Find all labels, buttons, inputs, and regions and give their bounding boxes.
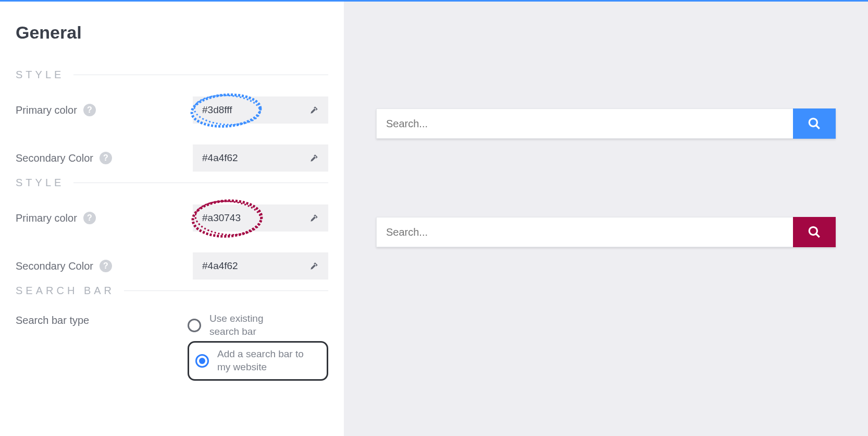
secondary-color-value: #4a4f62: [193, 260, 300, 272]
eyedropper-button[interactable]: [300, 204, 328, 232]
search-input[interactable]: [376, 217, 793, 247]
field-search-bar-type: Search bar type Use existing search bar …: [16, 312, 328, 381]
search-bar-type-label-text: Search bar type: [16, 314, 89, 326]
section-header-search-bar: SEARCH BAR: [16, 285, 328, 297]
secondary-color-field[interactable]: #4a4f62: [193, 252, 328, 280]
page-title: General: [16, 22, 328, 43]
radio-use-existing[interactable]: Use existing search bar: [188, 312, 328, 338]
primary-color-label: Primary color ?: [16, 212, 193, 224]
preview-searchbox-1: [376, 108, 836, 139]
search-icon: [808, 225, 821, 239]
primary-color-label-text: Primary color: [16, 104, 77, 116]
secondary-color-label-text: Secondary Color: [16, 152, 93, 164]
primary-color-label-text: Primary color: [16, 212, 77, 224]
secondary-color-value: #4a4f62: [193, 152, 300, 164]
primary-color-input-wrap: #a30743: [193, 204, 328, 232]
eyedropper-button[interactable]: [300, 252, 328, 280]
field-secondary-color-2: Secondary Color ? #4a4f62: [16, 252, 328, 280]
section-divider: [73, 183, 328, 183]
section-divider: [124, 290, 328, 291]
primary-color-input-wrap: #3d8fff: [193, 96, 328, 124]
radio-label: Use existing search bar: [209, 312, 293, 338]
page-container: General STYLE Primary color ? #3d8fff: [0, 2, 868, 436]
help-icon[interactable]: ?: [100, 260, 112, 272]
help-icon[interactable]: ?: [100, 152, 112, 164]
search-input[interactable]: [376, 108, 793, 139]
preview-searchbox-2: [376, 217, 836, 247]
section-label: STYLE: [16, 177, 64, 189]
radio-add-search-bar[interactable]: Add a search bar to my website: [188, 341, 328, 380]
eyedropper-icon: [309, 105, 319, 115]
search-button[interactable]: [793, 108, 836, 139]
primary-color-field[interactable]: #a30743: [193, 204, 328, 232]
preview-gap: [376, 139, 836, 217]
section-header-style-2: STYLE: [16, 177, 328, 189]
primary-color-field[interactable]: #3d8fff: [193, 96, 328, 124]
section-header-style: STYLE: [16, 69, 328, 81]
primary-color-value: #a30743: [193, 212, 300, 224]
search-button[interactable]: [793, 217, 836, 247]
radio-label: Add a search bar to my website: [217, 348, 316, 373]
section-label: STYLE: [16, 69, 64, 81]
search-bar-type-options: Use existing search bar Add a search bar…: [188, 312, 328, 381]
secondary-color-label: Secondary Color ?: [16, 260, 193, 272]
svg-point-6: [809, 227, 817, 235]
secondary-color-label: Secondary Color ?: [16, 152, 193, 164]
eyedropper-button[interactable]: [300, 96, 328, 124]
secondary-color-label-text: Secondary Color: [16, 260, 93, 272]
help-icon[interactable]: ?: [83, 212, 96, 224]
primary-color-label: Primary color ?: [16, 104, 193, 116]
field-secondary-color-1: Secondary Color ? #4a4f62: [16, 144, 328, 172]
field-primary-color-1: Primary color ? #3d8fff: [16, 96, 328, 124]
section-label: SEARCH BAR: [16, 285, 115, 297]
eyedropper-icon: [309, 153, 319, 163]
eyedropper-button[interactable]: [300, 144, 328, 172]
field-primary-color-2: Primary color ? #a30743: [16, 204, 328, 232]
radio-icon: [188, 319, 201, 332]
eyedropper-icon: [309, 213, 319, 223]
section-divider: [73, 75, 328, 75]
eyedropper-icon: [309, 261, 319, 271]
primary-color-value: #3d8fff: [193, 104, 300, 116]
preview-searchbox-1-wrap: [376, 108, 836, 139]
search-icon: [808, 117, 821, 130]
help-icon[interactable]: ?: [83, 104, 96, 116]
radio-icon-selected: [195, 354, 209, 368]
svg-line-5: [816, 125, 820, 129]
search-bar-type-label: Search bar type: [16, 312, 188, 326]
settings-panel: General STYLE Primary color ? #3d8fff: [0, 2, 344, 436]
svg-line-7: [816, 234, 820, 237]
svg-point-4: [809, 118, 817, 126]
preview-panel: [344, 2, 868, 436]
secondary-color-field[interactable]: #4a4f62: [193, 144, 328, 172]
